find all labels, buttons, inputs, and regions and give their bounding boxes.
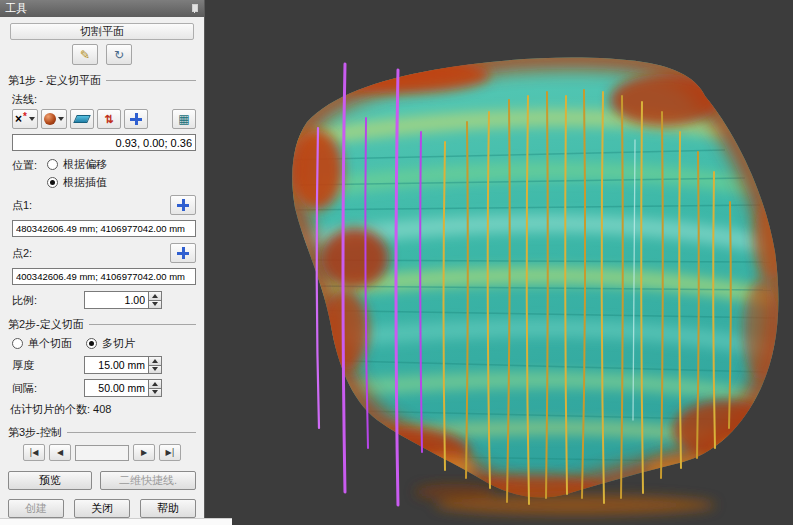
move-cross-icon [130, 113, 142, 125]
scale-label: 比例: [12, 293, 84, 308]
panel-toolbar: ✎ ↻ [8, 44, 196, 65]
step1-title: 第1步 - 定义切平面 [8, 73, 101, 88]
position-row: 位置: 根据偏移 根据插值 [12, 157, 196, 190]
viewport-3d[interactable] [205, 0, 793, 525]
step2-title: 第2步-定义切面 [8, 317, 84, 332]
slice-navigation: |◀ ◀ ▶ ▶| [8, 444, 196, 461]
point1-value-field[interactable] [12, 220, 196, 237]
table-button[interactable]: ▦ [172, 109, 196, 129]
pick-sphere-button[interactable] [41, 109, 67, 129]
radio-by-interpolation[interactable]: 根据插值 [47, 175, 107, 190]
spacing-spin-buttons [148, 379, 162, 397]
scale-spin-buttons [148, 291, 162, 309]
first-slice-button[interactable]: |◀ [23, 444, 45, 461]
slice-index-field[interactable] [75, 445, 129, 461]
normal-label-row: 法线: [12, 92, 196, 107]
section-mode-row: 单个切面 多切片 [12, 336, 196, 351]
close-button[interactable]: 关闭 [74, 499, 130, 518]
panel-body: 切割平面 ✎ ↻ 第1步 - 定义切平面 法线: × [0, 17, 204, 525]
edit-tool-button[interactable]: ✎ [72, 44, 98, 65]
radio-single-section-label: 单个切面 [28, 336, 72, 351]
spacing-up-button[interactable] [148, 379, 162, 389]
normal-toolbar: × * ⇅ [12, 109, 196, 129]
radio-multi-slices-label: 多切片 [102, 336, 135, 351]
grid-icon: ▦ [178, 113, 189, 125]
thickness-down-button[interactable] [148, 366, 162, 375]
pick-plane-button[interactable] [70, 109, 94, 129]
scale-down-button[interactable] [148, 301, 162, 310]
pick-axis-button[interactable]: × * [12, 109, 38, 129]
point1-row: 点1: [12, 195, 196, 215]
application-window: 工具 切割平面 ✎ ↻ 第1步 - 定义切平面 法线: [0, 0, 793, 525]
pick-cross-icon [177, 199, 189, 211]
pick-cross-icon [177, 247, 189, 259]
axis-x-icon: × [15, 113, 22, 125]
pin-icon[interactable] [189, 3, 199, 14]
thickness-spin-buttons [148, 356, 162, 374]
scale-row: 比例: [12, 291, 196, 309]
normal-value-field[interactable] [12, 134, 196, 151]
scale-spinner [84, 291, 162, 309]
step2-header: 第2步-定义切面 [8, 317, 196, 332]
help-button[interactable]: 帮助 [140, 499, 196, 518]
radio-circle [47, 159, 58, 170]
last-slice-button[interactable]: ▶| [159, 444, 181, 461]
radio-circle-checked [47, 177, 58, 188]
cutting-plane-header: 切割平面 [10, 23, 194, 40]
flip-normal-button[interactable]: ⇅ [97, 109, 121, 129]
radio-by-offset-label: 根据偏移 [63, 157, 107, 172]
previous-slice-button[interactable]: ◀ [49, 444, 71, 461]
pencil-icon: ✎ [80, 49, 90, 61]
bottom-strip [0, 518, 232, 525]
next-slice-button[interactable]: ▶ [133, 444, 155, 461]
point1-label: 点1: [12, 198, 32, 213]
pick-point1-button[interactable] [170, 195, 196, 215]
polyline-2d-button[interactable]: 二维快捷线. [100, 471, 196, 490]
pick-point2-button[interactable] [170, 243, 196, 263]
step2-content: 单个切面 多切片 厚度 [8, 336, 196, 397]
arrow-up-icon [152, 359, 158, 363]
plane-icon [73, 115, 91, 123]
panel-title: 工具 [5, 1, 27, 16]
thickness-up-button[interactable] [148, 356, 162, 366]
reset-tool-button[interactable]: ↻ [106, 44, 132, 65]
spacing-spinner [84, 379, 162, 397]
dialog-buttons: 创建 关闭 帮助 [8, 499, 196, 518]
point-cloud-render [205, 0, 793, 525]
preview-row: 预览 二维快捷线. [8, 471, 196, 490]
arrow-down-icon [152, 390, 158, 394]
radio-by-offset[interactable]: 根据偏移 [47, 157, 107, 172]
thickness-row: 厚度 [12, 356, 196, 374]
arrow-up-icon [152, 294, 158, 298]
normal-label: 法线: [12, 92, 37, 107]
arrow-up-icon [152, 382, 158, 386]
point2-value-field[interactable] [12, 268, 196, 285]
scale-up-button[interactable] [148, 291, 162, 301]
flip-arrows-icon: ⇅ [104, 114, 113, 125]
create-button[interactable]: 创建 [8, 499, 64, 518]
point2-row: 点2: [12, 243, 196, 263]
move-normal-button[interactable] [124, 109, 148, 129]
scale-input[interactable] [84, 291, 148, 309]
preview-button[interactable]: 预览 [8, 471, 92, 490]
caret-down-icon [29, 117, 35, 121]
arrow-down-icon [152, 302, 158, 306]
spacing-input[interactable] [84, 379, 148, 397]
tools-panel: 工具 切割平面 ✎ ↻ 第1步 - 定义切平面 法线: [0, 0, 205, 525]
radio-multi-slices[interactable]: 多切片 [86, 336, 135, 351]
radio-circle [12, 338, 23, 349]
caret-down-icon [58, 117, 64, 121]
radio-single-section[interactable]: 单个切面 [12, 336, 72, 351]
thickness-input[interactable] [84, 356, 148, 374]
position-label: 位置: [12, 157, 37, 173]
sphere-icon [44, 113, 56, 125]
step3-header: 第3步-控制 [8, 425, 196, 440]
thickness-spinner [84, 356, 162, 374]
step1-header: 第1步 - 定义切平面 [8, 73, 196, 88]
step3-title: 第3步-控制 [8, 425, 62, 440]
arrow-down-icon [152, 367, 158, 371]
slice-count-text: 估计切片的个数: 408 [10, 402, 196, 417]
spacing-down-button[interactable] [148, 389, 162, 398]
position-options: 根据偏移 根据插值 [47, 157, 107, 190]
point2-label: 点2: [12, 246, 32, 261]
